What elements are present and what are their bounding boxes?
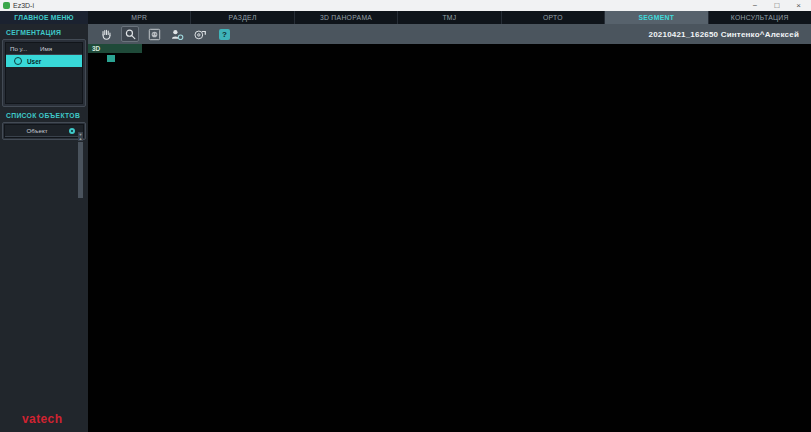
menu-tab[interactable]: SEGMENT <box>604 11 707 24</box>
viewport-3d[interactable]: 3D <box>88 44 811 432</box>
segmentation-name: User <box>27 58 41 65</box>
segmentation-table-empty <box>6 67 82 103</box>
column-object: Объект <box>5 127 69 134</box>
column-default: По у... <box>6 45 40 52</box>
object-list-header: Объект <box>5 125 83 137</box>
patient-label: 20210421_162650 Синтенко^Алексей <box>649 30 799 39</box>
menu-tab-label: РАЗДЕЛ <box>229 14 257 21</box>
menu-tab[interactable]: TMJ <box>397 11 500 24</box>
menu-tab[interactable]: РАЗДЕЛ <box>190 11 293 24</box>
segmentation-table-header: По у... Имя <box>6 43 82 55</box>
title-bar: Ez3D-i −□× <box>0 0 811 11</box>
capture-person-icon[interactable] <box>169 27 185 41</box>
main-menu-button[interactable]: ГЛАВНОЕ МЕНЮ <box>0 11 88 24</box>
minimize-button[interactable]: − <box>753 1 758 11</box>
scroll-down-icon[interactable]: ▼ <box>78 132 83 137</box>
visibility-eye-icon[interactable] <box>69 128 75 134</box>
segmentation-table: По у... Имя User <box>5 42 83 104</box>
render-face-icon[interactable] <box>146 27 162 41</box>
vatech-logo: vatech <box>22 412 62 426</box>
menu-tab-label: КОНСУЛЬТАЦИЯ <box>731 14 789 21</box>
window-controls: −□× <box>753 1 801 11</box>
menu-tab[interactable]: ОРТО <box>501 11 604 24</box>
menu-tab[interactable]: 3D ПАНОРАМА <box>294 11 397 24</box>
default-radio-icon[interactable] <box>14 57 22 65</box>
toolbar: ? 20210421_162650 Синтенко^Алексей <box>88 24 811 44</box>
object-list-panel: Объект ▲ ▼ <box>2 122 86 140</box>
menu-tab-label: TMJ <box>442 14 456 21</box>
app-title: Ez3D-i <box>13 2 34 9</box>
left-sidebar: СЕГМЕНТАЦИЯ По у... Имя User <box>0 24 88 432</box>
menu-tab-label: SEGMENT <box>638 14 674 21</box>
scroll-thumb[interactable] <box>78 142 83 198</box>
menu-tab[interactable]: КОНСУЛЬТАЦИЯ <box>708 11 811 24</box>
menu-tab-label: ОРТО <box>543 14 563 21</box>
maximize-button[interactable]: □ <box>774 1 779 11</box>
pan-hand-icon[interactable] <box>98 27 114 41</box>
close-button[interactable]: × <box>796 1 801 11</box>
viewport-mode-label: 3D <box>88 44 142 53</box>
object-list: Объект ▲ ▼ <box>4 124 84 138</box>
column-name: Имя <box>40 45 52 52</box>
viewport-active-indicator <box>107 55 115 62</box>
segmentation-panel: По у... Имя User <box>2 39 86 107</box>
application-window: Ez3D-i −□× ГЛАВНОЕ МЕНЮ MPR РАЗДЕЛ 3D ПА… <box>0 0 811 432</box>
teeth-3d-render[interactable] <box>88 44 811 432</box>
zoom-icon[interactable] <box>121 26 139 42</box>
segmentation-section-title: СЕГМЕНТАЦИЯ <box>6 29 88 36</box>
export-disc-icon[interactable] <box>192 27 208 41</box>
tab-strip: MPR РАЗДЕЛ 3D ПАНОРАМА TMJ ОРТО <box>88 11 811 24</box>
menu-tab-label: 3D ПАНОРАМА <box>320 14 372 21</box>
object-list-scrollbar[interactable]: ▲ ▼ <box>78 136 83 137</box>
menu-bar: ГЛАВНОЕ МЕНЮ MPR РАЗДЕЛ 3D ПАНОРАМА TMJ <box>0 11 811 24</box>
app-icon <box>3 2 10 9</box>
menu-tab-label: MPR <box>131 14 147 21</box>
help-icon[interactable]: ? <box>219 29 230 40</box>
menu-tab[interactable]: MPR <box>88 11 190 24</box>
segmentation-row-user[interactable]: User <box>6 55 82 67</box>
object-list-section-title: СПИСОК ОБЪЕКТОВ <box>6 112 88 119</box>
